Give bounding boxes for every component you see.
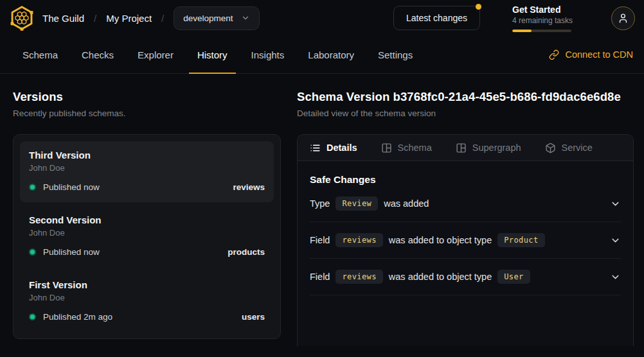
detail-body: Safe Changes TypeReviewwas addedFieldrev… xyxy=(298,161,633,295)
published-dot-icon xyxy=(29,184,36,191)
get-started-progress-track xyxy=(512,30,571,32)
change-row[interactable]: Fieldreviewswas added to object typeUser xyxy=(310,259,621,295)
link-icon xyxy=(549,49,559,60)
tab-settings[interactable]: Settings xyxy=(378,36,413,73)
tab-schema[interactable]: Schema xyxy=(22,36,58,73)
main-nav-tabs: SchemaChecksExplorerHistoryInsightsLabor… xyxy=(22,36,413,73)
get-started-widget[interactable]: Get Started 4 remaining tasks xyxy=(512,4,571,32)
header-right-cluster: Latest changes Get Started 4 remaining t… xyxy=(393,4,635,32)
connect-to-cdn-label: Connect to CDN xyxy=(565,49,633,60)
breadcrumb-separator: / xyxy=(94,13,96,24)
change-row[interactable]: Fieldreviewswas added to object typeProd… xyxy=(310,222,621,259)
get-started-title: Get Started xyxy=(512,4,571,15)
detail-tab-strip: DetailsSchemaSupergraphService xyxy=(298,135,633,161)
detail-tab-schema[interactable]: Schema xyxy=(381,143,432,153)
change-code-badge: reviews xyxy=(335,270,382,284)
schema-version-title: Schema Version b3768fc0-21a4-45e5-b686-f… xyxy=(297,90,634,104)
notification-dot xyxy=(476,4,481,10)
schema-version-detail-card: DetailsSchemaSupergraphService Safe Chan… xyxy=(297,134,634,346)
version-status-row: Published nowproducts xyxy=(29,247,265,257)
change-description: was added xyxy=(384,198,429,209)
change-prefix: Field xyxy=(310,235,330,245)
get-started-subtitle: 4 remaining tasks xyxy=(512,16,571,25)
published-dot-icon xyxy=(29,313,36,320)
versions-panel: Versions Recently published schemas. Thi… xyxy=(0,74,297,346)
version-item-third-version[interactable]: Third VersionJohn DoePublished nowreview… xyxy=(20,141,274,202)
chevron-down-icon xyxy=(241,13,250,22)
breadcrumb-separator: / xyxy=(161,13,164,24)
breadcrumb-project[interactable]: My Project xyxy=(106,13,152,24)
guild-hive-logo-icon[interactable] xyxy=(9,5,35,31)
version-status: Published now xyxy=(43,247,100,257)
box-icon xyxy=(545,143,556,153)
connect-to-cdn-link[interactable]: Connect to CDN xyxy=(549,36,633,73)
breadcrumb-org[interactable]: The Guild xyxy=(42,13,84,24)
version-status: Published now xyxy=(43,182,100,192)
detail-tab-supergraph[interactable]: Supergraph xyxy=(456,143,521,153)
chevron-down-icon xyxy=(610,198,621,209)
user-icon xyxy=(618,13,629,24)
version-status-row: Published 2m agousers xyxy=(29,312,265,322)
get-started-progress-fill xyxy=(512,30,532,32)
change-code-badge: Product xyxy=(497,233,544,247)
change-code-badge: reviews xyxy=(335,233,382,247)
panels-icon xyxy=(456,143,467,153)
version-name: Second Version xyxy=(29,214,265,225)
version-author: John Doe xyxy=(29,293,265,302)
safe-changes-heading: Safe Changes xyxy=(310,174,621,186)
detail-tab-label: Details xyxy=(326,143,357,153)
version-author: John Doe xyxy=(29,163,265,173)
version-service-name: users xyxy=(242,312,265,322)
panels-icon xyxy=(381,143,392,153)
version-service-name: reviews xyxy=(233,182,265,192)
latest-changes-label: Latest changes xyxy=(406,13,467,23)
changes-list: TypeReviewwas addedFieldreviewswas added… xyxy=(310,186,621,295)
change-code-badge: User xyxy=(497,270,530,284)
versions-title: Versions xyxy=(13,90,281,104)
version-name: First Version xyxy=(29,279,265,290)
published-dot-icon xyxy=(29,248,36,256)
change-prefix: Type xyxy=(310,198,330,209)
detail-tab-label: Service xyxy=(562,143,593,153)
detail-tab-details[interactable]: Details xyxy=(310,143,357,153)
version-author: John Doe xyxy=(29,228,265,238)
tab-insights[interactable]: Insights xyxy=(251,36,285,73)
latest-changes-button[interactable]: Latest changes xyxy=(393,6,480,30)
chevron-down-icon xyxy=(610,272,621,283)
tab-explorer[interactable]: Explorer xyxy=(138,36,174,73)
version-item-first-version[interactable]: First VersionJohn DoePublished 2m agouse… xyxy=(20,271,274,332)
tab-checks[interactable]: Checks xyxy=(82,36,114,73)
breadcrumb: The Guild / My Project / development xyxy=(42,6,260,30)
change-description: was added to object type xyxy=(389,235,492,245)
main-nav: SchemaChecksExplorerHistoryInsightsLabor… xyxy=(0,36,644,74)
user-avatar-button[interactable] xyxy=(611,6,635,30)
tab-laboratory[interactable]: Laboratory xyxy=(308,36,354,73)
target-selector-dropdown[interactable]: development xyxy=(174,6,259,30)
versions-list: Third VersionJohn DoePublished nowreview… xyxy=(13,134,281,339)
version-status: Published 2m ago xyxy=(43,312,112,322)
detail-tab-service[interactable]: Service xyxy=(545,143,593,153)
content-area: Versions Recently published schemas. Thi… xyxy=(0,74,644,346)
list-icon xyxy=(310,143,321,153)
schema-version-subtitle: Detailed view of the schema version xyxy=(297,109,634,118)
app-window: The Guild / My Project / development Lat… xyxy=(0,0,644,357)
change-code-badge: Review xyxy=(335,196,378,211)
versions-subtitle: Recently published schemas. xyxy=(13,109,281,118)
detail-tab-label: Schema xyxy=(398,143,432,153)
detail-tab-label: Supergraph xyxy=(472,143,521,153)
change-description: was added to object type xyxy=(389,272,492,282)
chevron-down-icon xyxy=(610,235,621,246)
schema-version-panel: Schema Version b3768fc0-21a4-45e5-b686-f… xyxy=(297,74,644,346)
version-service-name: products xyxy=(228,247,265,257)
version-item-second-version[interactable]: Second VersionJohn DoePublished nowprodu… xyxy=(20,206,274,267)
target-selector-value: development xyxy=(183,13,233,23)
version-name: Third Version xyxy=(29,150,265,161)
change-prefix: Field xyxy=(310,272,330,282)
change-row[interactable]: TypeReviewwas added xyxy=(310,186,621,222)
top-header: The Guild / My Project / development Lat… xyxy=(0,0,644,36)
version-status-row: Published nowreviews xyxy=(29,182,265,192)
tab-history[interactable]: History xyxy=(197,36,228,73)
